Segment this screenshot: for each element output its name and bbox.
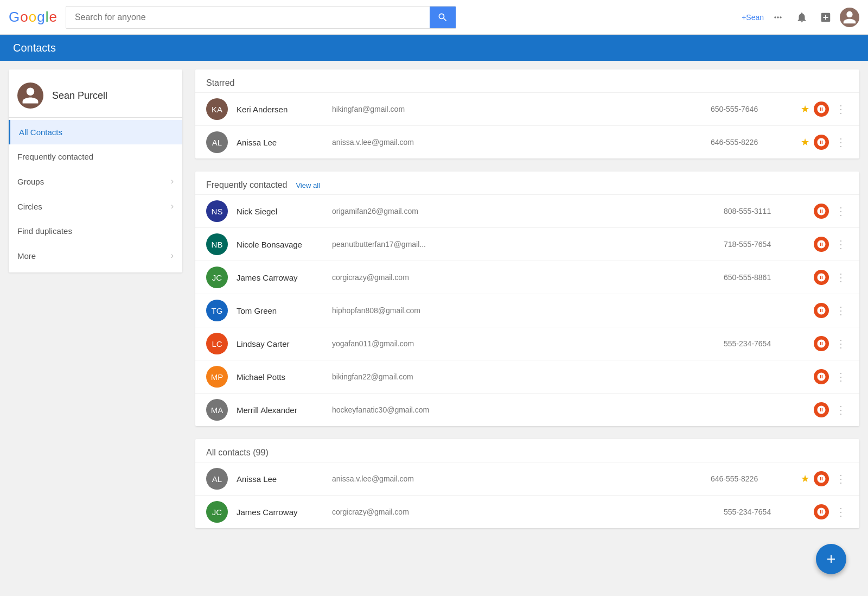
contact-actions: ⋮: [814, 336, 848, 351]
contact-phone: 646-555-8226: [711, 138, 792, 147]
user-avatar[interactable]: [840, 8, 859, 27]
contact-phone: 650-555-7646: [711, 105, 792, 113]
frequently-contacted-section: Frequently contacted View all NS Nick Si…: [195, 172, 859, 426]
contact-name: James Carroway: [237, 273, 323, 282]
frequently-contacted-header: Frequently contacted View all: [195, 172, 859, 194]
contact-email: hockeyfanatic30@gmail.com: [332, 405, 715, 414]
contact-phone: 646-555-8226: [711, 474, 792, 483]
sidebar-avatar: [17, 83, 43, 109]
sidebar-item-groups[interactable]: Groups ›: [9, 169, 182, 194]
more-options-icon[interactable]: ⋮: [833, 504, 848, 519]
apps-icon[interactable]: [768, 8, 788, 27]
starred-section: Starred KA Keri Andersen hikingfan@gmail…: [195, 69, 859, 158]
hangout-icon[interactable]: [814, 270, 829, 285]
contact-name: Anissa Lee: [237, 138, 323, 147]
hangout-icon[interactable]: [814, 471, 829, 486]
sidebar: Sean Purcell All Contacts Frequently con…: [9, 69, 182, 272]
main-layout: Sean Purcell All Contacts Frequently con…: [0, 61, 868, 596]
all-contacts-section: All contacts (99) AL Anissa Lee anissa.v…: [195, 439, 859, 528]
hangout-icon[interactable]: [814, 204, 829, 219]
contact-avatar: MP: [206, 366, 228, 388]
sidebar-item-circles[interactable]: Circles ›: [9, 194, 182, 219]
hangout-icon[interactable]: [814, 336, 829, 351]
contact-name: Nicole Bonsavage: [237, 240, 323, 249]
content: Starred KA Keri Andersen hikingfan@gmail…: [182, 61, 868, 596]
topbar-username[interactable]: +Sean: [742, 13, 764, 22]
contact-actions: ⋮: [814, 237, 848, 252]
sidebar-item-label: Frequently contacted: [17, 152, 93, 161]
frequently-contacted-list: NS Nick Siegel origamifan26@gmail.com 80…: [195, 194, 859, 426]
contact-email: hikingfan@gmail.com: [332, 105, 702, 113]
contact-email: bikingfan22@gmail.com: [332, 372, 715, 381]
sidebar-item-label: More: [17, 251, 36, 261]
google-logo[interactable]: Google: [9, 9, 57, 26]
all-contacts-title: All contacts (99): [206, 448, 269, 458]
contact-avatar: AL: [206, 468, 228, 490]
contact-email: corgicrazy@gmail.com: [332, 508, 715, 516]
chevron-right-icon: ›: [171, 251, 174, 261]
sidebar-user-name: Sean Purcell: [52, 90, 107, 102]
all-contacts-list: AL Anissa Lee anissa.v.lee@gmail.com 646…: [195, 462, 859, 528]
contact-row: NB Nicole Bonsavage peanutbutterfan17@gm…: [195, 227, 859, 261]
contact-email: origamifan26@gmail.com: [332, 207, 715, 215]
star-icon[interactable]: ★: [801, 136, 809, 148]
contact-email: peanutbutterfan17@gmail...: [332, 240, 715, 249]
contact-email: hiphopfan808@gmail.com: [332, 306, 715, 315]
contact-avatar: TG: [206, 300, 228, 321]
hangout-icon[interactable]: [814, 504, 829, 519]
contact-phone: 718-555-7654: [724, 240, 805, 249]
app-title: Contacts: [13, 42, 56, 54]
contact-actions: ⋮: [814, 402, 848, 417]
search-button[interactable]: [430, 7, 456, 28]
more-options-icon[interactable]: ⋮: [833, 237, 848, 252]
more-options-icon[interactable]: ⋮: [833, 135, 848, 150]
hangout-icon[interactable]: [814, 303, 829, 318]
topbar: Google +Sean: [0, 0, 868, 35]
contact-avatar: JC: [206, 267, 228, 288]
hangout-icon[interactable]: [814, 102, 829, 117]
sidebar-item-more[interactable]: More ›: [9, 243, 182, 268]
contact-row: MA Merrill Alexander hockeyfanatic30@gma…: [195, 393, 859, 426]
more-options-icon[interactable]: ⋮: [833, 369, 848, 384]
contact-name: Lindsay Carter: [237, 339, 323, 348]
add-icon[interactable]: [816, 8, 835, 27]
contact-row: MP Michael Potts bikingfan22@gmail.com ⋮: [195, 360, 859, 393]
more-options-icon[interactable]: ⋮: [833, 270, 848, 285]
more-options-icon[interactable]: ⋮: [833, 102, 848, 117]
sidebar-item-all-contacts[interactable]: All Contacts: [9, 120, 182, 144]
add-contact-fab[interactable]: [816, 544, 846, 574]
sidebar-item-find-duplicates[interactable]: Find duplicates: [9, 219, 182, 243]
hangout-icon[interactable]: [814, 369, 829, 384]
contact-email: anissa.v.lee@gmail.com: [332, 138, 702, 147]
more-options-icon[interactable]: ⋮: [833, 336, 848, 351]
hangout-icon[interactable]: [814, 402, 829, 417]
notification-icon[interactable]: [792, 8, 812, 27]
contact-name: James Carroway: [237, 508, 323, 517]
frequently-contacted-title: Frequently contacted: [206, 180, 287, 190]
sidebar-item-label: Circles: [17, 202, 42, 211]
star-icon[interactable]: ★: [801, 103, 809, 115]
contact-row: LC Lindsay Carter yogafan011@gmail.com 5…: [195, 327, 859, 360]
hangout-icon[interactable]: [814, 135, 829, 150]
more-options-icon[interactable]: ⋮: [833, 303, 848, 318]
more-options-icon[interactable]: ⋮: [833, 471, 848, 486]
contact-actions: ★ ⋮: [801, 135, 848, 150]
star-icon[interactable]: ★: [801, 473, 809, 485]
starred-title: Starred: [206, 78, 234, 88]
contact-avatar: JC: [206, 501, 228, 523]
contact-row: JC James Carroway corgicrazy@gmail.com 5…: [195, 495, 859, 528]
chevron-right-icon: ›: [171, 176, 174, 186]
topbar-right: +Sean: [742, 8, 859, 27]
contact-row: JC James Carroway corgicrazy@gmail.com 6…: [195, 261, 859, 294]
sidebar-item-frequently-contacted[interactable]: Frequently contacted: [9, 144, 182, 169]
hangout-icon[interactable]: [814, 237, 829, 252]
search-input[interactable]: [66, 7, 430, 28]
more-options-icon[interactable]: ⋮: [833, 204, 848, 219]
view-all-link[interactable]: View all: [296, 181, 320, 189]
contact-name: Michael Potts: [237, 372, 323, 382]
contact-name: Keri Andersen: [237, 105, 323, 114]
contact-name: Merrill Alexander: [237, 405, 323, 415]
more-options-icon[interactable]: ⋮: [833, 402, 848, 417]
starred-section-header: Starred: [195, 69, 859, 92]
contact-avatar: MA: [206, 399, 228, 421]
